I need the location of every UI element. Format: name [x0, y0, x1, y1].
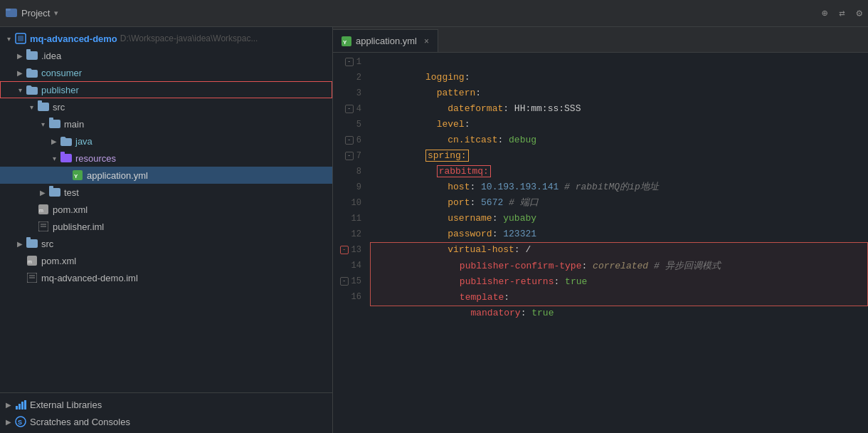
tree-item-mq-iml[interactable]: mq-advanced-demo.iml	[0, 269, 332, 286]
tree-item-ext-libs[interactable]: ▶ External Libraries	[0, 396, 332, 413]
tree-item-idea[interactable]: ▶ .idea	[0, 47, 332, 64]
tab-application-yml[interactable]: Y application.yml ×	[333, 29, 438, 52]
tree-label-application-yml: application.yml	[87, 170, 148, 181]
tree-item-resources[interactable]: ▾ resources	[0, 150, 332, 167]
tree-label-publisher-iml: publisher.iml	[53, 221, 104, 232]
pom-icon: m	[37, 204, 50, 215]
path-label: D:\Workspace-java\idea\Workspac...	[120, 33, 258, 43]
val-password: 123321	[503, 229, 536, 239]
key-username: username	[448, 213, 492, 224]
key-spring: spring:	[425, 150, 469, 162]
tab-close[interactable]: ×	[424, 36, 429, 46]
key-dateformat: dateformat	[448, 103, 503, 114]
folder-main-icon	[48, 118, 61, 130]
val-username: yubaby	[503, 213, 536, 224]
tree-item-src[interactable]: ▾ src	[0, 98, 332, 115]
tree-item-application-yml[interactable]: Y application.yml	[0, 167, 332, 184]
project-folder-icon	[6, 6, 17, 20]
tree-arrow: ▾	[3, 35, 14, 43]
folder-publisher-icon	[26, 84, 38, 95]
folder-blue-icon	[26, 67, 38, 78]
svg-text:S: S	[18, 419, 22, 426]
fold-icon-15[interactable]: -	[340, 277, 349, 286]
tree-label-ext-libs: External Libraries	[30, 400, 102, 410]
val-publisher-returns: true	[565, 276, 587, 287]
tab-label: application.yml	[356, 36, 417, 46]
svg-text:m: m	[39, 208, 43, 213]
tree-arrow: ▶	[37, 189, 48, 197]
val-mandatory: true	[531, 308, 554, 318]
key-mandatory: mandatory	[470, 308, 520, 318]
tree-label-idea: .idea	[41, 51, 61, 61]
tree-item-java[interactable]: ▶ java	[0, 132, 332, 150]
tree-label-pom-pub: pom.xml	[53, 204, 88, 215]
val-virtual-host: /	[525, 244, 531, 255]
split-icon[interactable]: ⇄	[839, 7, 845, 19]
tree-label-scratches: Scratches and Consoles	[30, 417, 130, 427]
code-content: logging: pattern: dateformat: HH:mm:ss:S…	[367, 53, 868, 433]
svg-rect-19	[24, 400, 26, 409]
key-port: port	[448, 197, 470, 208]
folder-resources-icon	[60, 152, 73, 164]
file-tree: ▾ mq-advanced-demo D:\Workspace-java\ide…	[0, 27, 332, 392]
comment-host: # rabbitMQ的ip地址	[559, 182, 658, 192]
tree-item-publisher[interactable]: ▾ publisher	[0, 81, 332, 98]
tree-item-pom-root[interactable]: m pom.xml	[0, 252, 332, 269]
module-file-icon	[37, 221, 50, 232]
tree-item-publisher-iml[interactable]: publisher.iml	[0, 218, 332, 235]
tree-item-main[interactable]: ▾ main	[0, 115, 332, 132]
tree-item-mq-advanced-demo[interactable]: ▾ mq-advanced-demo D:\Workspace-java\ide…	[0, 30, 332, 47]
line-num-12: 12	[333, 226, 361, 242]
project-label: Project	[21, 8, 50, 19]
tree-item-test[interactable]: ▶ test	[0, 184, 332, 201]
line-num-16: 16	[333, 289, 361, 305]
svg-rect-1	[6, 9, 11, 11]
line-num-15: - 15	[333, 273, 361, 289]
fold-icon-7[interactable]: -	[345, 152, 354, 160]
tree-arrow: ▶	[3, 418, 14, 426]
svg-rect-3	[18, 36, 23, 41]
module-icon	[14, 33, 27, 44]
tree-arrow: ▶	[14, 69, 26, 77]
key-publisher-confirm-type: publisher-confirm-type	[460, 261, 582, 271]
svg-text:m: m	[28, 259, 32, 264]
project-dropdown-icon[interactable]: ▾	[54, 9, 58, 18]
val-port: 5672	[481, 197, 503, 208]
code-editor[interactable]: - 1 2 3 - 4 5 - 6 - 7 8 9	[333, 53, 868, 433]
folder-icon	[26, 50, 38, 61]
key-host: host	[448, 182, 470, 192]
line-num-10: 10	[333, 195, 361, 211]
tree-label-resources: resources	[75, 153, 116, 164]
tree-arrow: ▶	[3, 401, 14, 409]
yaml-icon: Y	[71, 169, 84, 181]
tree-item-pom-pub[interactable]: m pom.xml	[0, 201, 332, 218]
folder-src-root-icon	[26, 238, 38, 249]
main-layout: ▾ mq-advanced-demo D:\Workspace-java\ide…	[0, 27, 868, 433]
project-title: Project ▾	[6, 6, 58, 20]
fold-icon-4[interactable]: -	[345, 105, 354, 113]
tree-label-java: java	[75, 136, 92, 147]
sidebar: ▾ mq-advanced-demo D:\Workspace-java\ide…	[0, 27, 333, 433]
line-num-14: 14	[333, 258, 361, 273]
tree-item-scratches[interactable]: ▶ S Scratches and Consoles	[0, 413, 332, 430]
editor-area: Y application.yml × - 1 2 3 - 4 5	[333, 27, 868, 433]
code-line-1: logging:	[370, 54, 868, 70]
tree-item-consumer[interactable]: ▶ consumer	[0, 64, 332, 81]
tree-label-publisher: publisher	[41, 85, 79, 95]
tree-arrow: ▾	[26, 103, 37, 111]
svg-rect-18	[21, 402, 23, 409]
tab-bar: Y application.yml ×	[333, 27, 868, 53]
fold-icon-6[interactable]: -	[345, 136, 354, 145]
line-numbers: - 1 2 3 - 4 5 - 6 - 7 8 9	[333, 53, 367, 433]
key-virtual-host: virtual-host	[448, 244, 514, 255]
tree-arrow: ▾	[14, 86, 26, 94]
line-num-8: 8	[333, 164, 361, 179]
line-num-4: - 4	[333, 101, 361, 117]
fold-icon-1[interactable]: -	[345, 58, 354, 66]
settings-icon[interactable]: ⚙	[857, 7, 862, 19]
fold-icon-13[interactable]: -	[340, 246, 349, 254]
globe-icon[interactable]: ⊕	[822, 7, 827, 19]
tree-item-src-root[interactable]: ▶ src	[0, 235, 332, 252]
key-publisher-returns: publisher-returns	[460, 276, 554, 287]
tree-arrow: ▾	[48, 155, 60, 162]
